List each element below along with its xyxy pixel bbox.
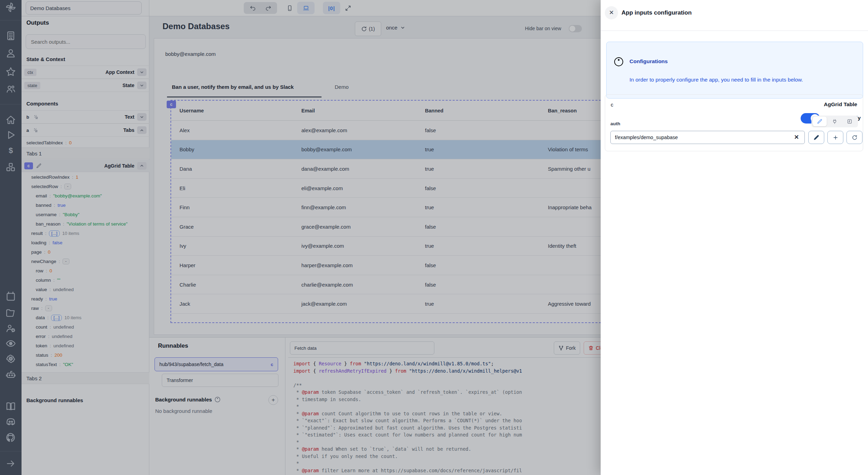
chevron-down-icon[interactable]: [137, 68, 147, 76]
background-runnables-heading: Background runnables: [155, 397, 220, 402]
sidebar-divider: [0, 104, 22, 104]
discord-icon[interactable]: [6, 417, 16, 427]
robot-icon[interactable]: [6, 369, 16, 380]
column-header-username[interactable]: Username: [171, 108, 293, 113]
static-mode-pencil-icon[interactable]: [813, 117, 827, 126]
table-row-jack[interactable]: Jackjack@example.comtrueAggressive towar…: [171, 294, 607, 314]
runnable-name-input[interactable]: [290, 341, 434, 355]
search-outputs-input[interactable]: [26, 34, 146, 49]
calendar-icon[interactable]: [6, 291, 16, 302]
user-icon[interactable]: [6, 48, 16, 58]
home-icon[interactable]: [6, 115, 16, 125]
auth-resource-input[interactable]: [610, 131, 805, 144]
building-icon[interactable]: [6, 31, 16, 41]
component-row-b[interactable]: b Text: [22, 110, 149, 124]
collapse-toggle[interactable]: -: [64, 184, 71, 189]
component-row-c[interactable]: c AgGrid Table: [22, 160, 149, 172]
table-row-harper[interactable]: Harperharper@example.comfalse: [171, 256, 607, 275]
component-id: c: [611, 102, 614, 108]
outputs-title: Outputs: [26, 19, 49, 26]
add-background-runnable-button[interactable]: +: [268, 395, 278, 405]
tree-row-count: count:undefined: [22, 322, 149, 332]
book-icon[interactable]: [6, 401, 16, 412]
clear-input-icon[interactable]: ✕: [793, 134, 800, 141]
component-input-card: c AgGrid Table auth ✕: [605, 94, 863, 151]
hide-bar-toggle[interactable]: [569, 25, 582, 32]
dollar-icon[interactable]: $: [6, 145, 16, 156]
divider: [22, 16, 604, 16]
eye-icon[interactable]: [6, 338, 16, 349]
column-header-banned[interactable]: Banned: [417, 108, 540, 113]
alert-body: In order to properly configure the app, …: [629, 77, 855, 83]
output-row-state[interactable]: state State: [22, 79, 149, 92]
collapse-toggle[interactable]: -: [62, 258, 69, 264]
chevron-up-icon[interactable]: [137, 162, 147, 170]
ctx-chip: ctx: [24, 69, 36, 76]
runnable-item-transformer[interactable]: Transformer: [162, 374, 278, 387]
arrow-right-icon[interactable]: [6, 458, 16, 469]
tree-row-selectedRowIndex: selectedRowIndex:1: [22, 172, 149, 182]
code-editor[interactable]: import { Resource } from "https://deno.l…: [293, 360, 604, 474]
schedule-dropdown[interactable]: once: [386, 25, 405, 31]
windmill-logo-icon[interactable]: [6, 2, 16, 12]
expand-array-toggle[interactable]: [...]: [51, 315, 62, 321]
tabs1-group-header[interactable]: Tabs 1: [22, 147, 149, 159]
column-header-ban_reason[interactable]: Ban_reason: [540, 108, 607, 113]
table-cell: true: [417, 243, 540, 249]
expand-array-toggle[interactable]: [...]: [49, 230, 60, 237]
close-icon[interactable]: ✕: [605, 6, 618, 19]
gear-icon[interactable]: [6, 354, 16, 364]
table-cell: Bobby: [171, 146, 293, 152]
github-icon[interactable]: [6, 432, 16, 443]
chevron-down-icon[interactable]: [137, 82, 147, 89]
desktop-view-button[interactable]: [297, 2, 315, 14]
center-align-icon[interactable]: |0|: [323, 2, 340, 14]
output-row-ctx[interactable]: ctx App Context: [22, 66, 149, 79]
expand-icon[interactable]: [340, 3, 356, 13]
refresh-app-button[interactable]: (1): [355, 22, 381, 36]
table-cell: false: [417, 185, 540, 191]
column-header-email[interactable]: Email: [293, 108, 417, 113]
refresh-resource-button[interactable]: [846, 131, 862, 144]
tree-row-banned: banned:true: [22, 201, 149, 210]
undo-button[interactable]: [245, 3, 260, 13]
edit-resource-button[interactable]: [808, 131, 824, 144]
table-cell: ivy@example.com: [293, 243, 417, 249]
table-row-finn[interactable]: Finnfinn@example.comtrueInappropriate be…: [171, 198, 607, 217]
table-cell: Harper: [171, 262, 293, 268]
divider: [288, 357, 604, 358]
play-icon[interactable]: [6, 130, 16, 140]
fork-button[interactable]: Fork: [554, 341, 580, 355]
table-row-ivy[interactable]: Ivyivy@example.comtrueIdentity theft: [171, 237, 607, 256]
layout-group: |0|: [323, 2, 356, 14]
app-tab-ban-user[interactable]: Ban a user, notify them by email, and us…: [172, 84, 294, 90]
app-tab-demo[interactable]: Demo: [335, 84, 349, 90]
folder-icon[interactable]: [6, 308, 16, 318]
runnable-item-fetch-data[interactable]: hub/943/supabase/fetch_data c: [155, 357, 278, 371]
table-row-bobby[interactable]: Bobbybobby@example.comtrueViolation of t…: [171, 140, 607, 160]
add-resource-button[interactable]: [827, 131, 843, 144]
table-cell: false: [417, 262, 540, 268]
table-row-grace[interactable]: Gracegrace@example.comfalse: [171, 217, 607, 237]
app-name-input[interactable]: [26, 1, 142, 15]
chevron-down-icon[interactable]: [137, 113, 147, 121]
pointer-click-icon: [33, 114, 39, 120]
redo-button[interactable]: [260, 3, 276, 13]
star-icon[interactable]: [6, 67, 16, 77]
connect-mode-plug-icon[interactable]: [828, 117, 842, 126]
user-settings-icon[interactable]: [6, 323, 16, 333]
pencil-icon[interactable]: [36, 163, 42, 169]
table-row-charlie[interactable]: Charliecharlie@example.comfalse: [171, 275, 607, 295]
table-row-alex[interactable]: Alexalex@example.comfalse: [171, 121, 607, 140]
component-row-a[interactable]: a Tabs: [22, 124, 149, 137]
eval-mode-function-icon[interactable]: [843, 117, 857, 126]
table-row-eli[interactable]: Elieli@example.comfalse: [171, 179, 607, 198]
users-icon[interactable]: [6, 84, 16, 94]
divider: [601, 31, 868, 31]
tabs2-group-header[interactable]: Tabs 2: [22, 372, 149, 384]
collapse-toggle[interactable]: -: [45, 305, 52, 311]
table-row-dana[interactable]: Danadana@example.comtrueSpamming other u: [171, 159, 607, 179]
chevron-up-icon[interactable]: [137, 126, 147, 134]
mobile-view-button[interactable]: [282, 3, 297, 13]
cubes-icon[interactable]: [6, 162, 16, 172]
